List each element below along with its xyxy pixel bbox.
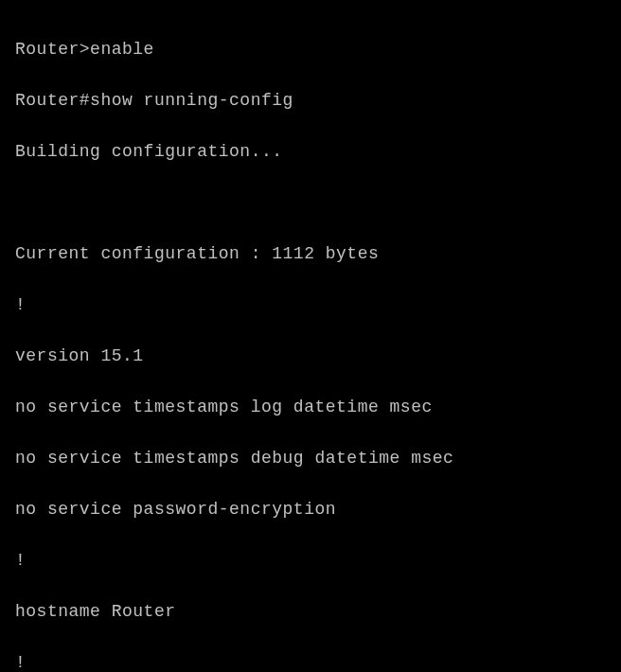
cli-line: version 15.1 (15, 344, 606, 369)
cli-line: hostname Router (15, 599, 606, 625)
terminal-output[interactable]: Router>enable Router#show running-config… (15, 11, 606, 672)
cli-line: ! (15, 548, 606, 574)
cli-line: no service timestamps log datetime msec (15, 395, 606, 420)
cli-line (15, 190, 606, 216)
cli-line: ! (15, 650, 606, 672)
cli-line: ! (15, 292, 606, 318)
cli-line: Router>enable (15, 37, 606, 62)
cli-line: no service timestamps debug datetime mse… (15, 446, 606, 471)
cli-line: Router#show running-config (15, 88, 606, 114)
cli-line: Current configuration : 1112 bytes (15, 241, 606, 267)
cli-line: no service password-encryption (15, 497, 606, 522)
cli-line: Building configuration... (15, 139, 606, 165)
